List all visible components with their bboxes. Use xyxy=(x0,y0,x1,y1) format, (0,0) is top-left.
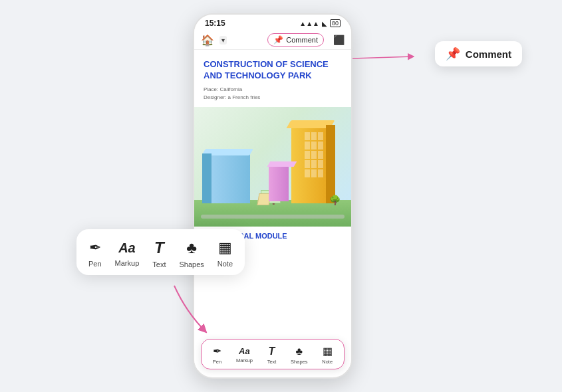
floating-markup-label: Markup xyxy=(115,259,140,267)
text-label: Text xyxy=(267,359,277,365)
floating-markup[interactable]: Aa Markup xyxy=(115,241,140,267)
floating-text-label: Text xyxy=(152,260,166,268)
shapes-label: Shapes xyxy=(291,359,307,365)
export-icon[interactable]: ⬛ xyxy=(333,35,345,45)
toolbar-markup[interactable]: Aa Markup xyxy=(236,346,253,363)
status-icons: ▲▲▲ ◣ 80 xyxy=(299,19,341,27)
note-icon: ▦ xyxy=(323,345,333,357)
status-bar: 15:15 ▲▲▲ ◣ 80 xyxy=(194,15,351,31)
floating-pen-label: Pen xyxy=(88,260,102,268)
floating-note-icon: ▦ xyxy=(218,239,232,256)
comment-tooltip-label: Comment xyxy=(466,49,511,60)
nav-bar: 🏠 ▾ 📌 Comment ⬛ xyxy=(194,31,351,50)
comment-button-label: Comment xyxy=(286,36,318,44)
status-time: 15:15 xyxy=(205,19,225,28)
comment-button[interactable]: 📌 Comment xyxy=(267,33,324,47)
floating-note[interactable]: ▦ Note xyxy=(217,239,233,268)
note-label: Note xyxy=(322,359,333,365)
toolbar-text[interactable]: T Text xyxy=(267,345,277,365)
battery-icon: 80 xyxy=(330,19,341,27)
comment-tooltip: 📌 Comment xyxy=(435,41,522,66)
signal-icon: ▲▲▲ xyxy=(299,20,319,27)
text-icon: T xyxy=(269,345,275,357)
floating-toolbar: ✒ Pen Aa Markup T Text ♣ Shapes ▦ Note xyxy=(76,229,245,275)
toolbar-shapes[interactable]: ♣ Shapes xyxy=(291,345,307,365)
doc-title: CONSTRUCTION OF SCIENCE AND TECHNOLOGY P… xyxy=(204,59,342,82)
phone-toolbar: ✒ Pen Aa Markup T Text ♣ Shapes ▦ Note xyxy=(201,339,345,369)
toolbar-note[interactable]: ▦ Note xyxy=(322,345,333,365)
floating-pen-icon: ✒ xyxy=(89,239,101,256)
doc-header: CONSTRUCTION OF SCIENCE AND TECHNOLOGY P… xyxy=(194,50,351,107)
floating-shapes-icon: ♣ xyxy=(186,239,197,257)
comment-tooltip-icon: 📌 xyxy=(446,47,460,61)
document-content: CONSTRUCTION OF SCIENCE AND TECHNOLOGY P… xyxy=(194,50,351,370)
pen-icon: ✒ xyxy=(213,345,221,357)
floating-pen[interactable]: ✒ Pen xyxy=(88,239,102,268)
floating-shapes[interactable]: ♣ Shapes xyxy=(179,239,204,268)
toolbar-pen[interactable]: ✒ Pen xyxy=(213,345,221,365)
markup-icon: Aa xyxy=(239,346,250,356)
markup-label: Markup xyxy=(236,357,253,363)
doc-meta: Place: California Designer: a French fri… xyxy=(204,86,342,102)
floating-text[interactable]: T Text xyxy=(152,239,166,268)
home-icon[interactable]: 🏠 xyxy=(201,34,214,47)
shapes-icon: ♣ xyxy=(296,345,303,357)
pen-label: Pen xyxy=(213,359,221,365)
wifi-icon: ◣ xyxy=(322,20,327,27)
building-illustration: 🌳 🌳 xyxy=(194,107,351,227)
phone-mockup: 15:15 ▲▲▲ ◣ 80 🏠 ▾ 📌 Comment ⬛ CONSTRUCT… xyxy=(193,13,352,379)
floating-markup-icon: Aa xyxy=(118,241,136,256)
floating-note-label: Note xyxy=(217,260,233,268)
comment-pin-icon: 📌 xyxy=(273,35,283,45)
chevron-down-icon[interactable]: ▾ xyxy=(219,36,227,45)
floating-shapes-label: Shapes xyxy=(179,260,204,268)
floating-text-icon: T xyxy=(154,239,164,257)
svg-line-0 xyxy=(352,56,414,58)
